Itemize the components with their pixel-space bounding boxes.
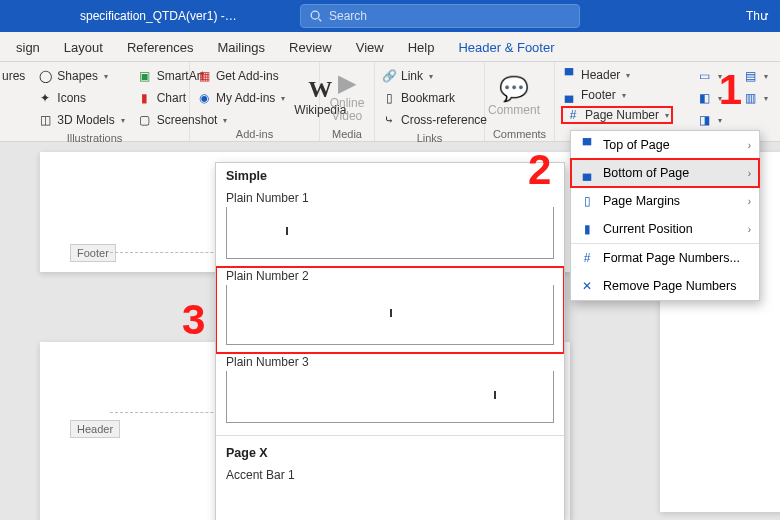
page-number-menu: ▀Top of Page› ▄Bottom of Page› ▯Page Mar…	[570, 130, 760, 301]
callout-3: 3	[182, 296, 205, 344]
page-cursor-icon: ▮	[579, 221, 595, 237]
gallery-plain-number-3[interactable]: Plain Number 3	[216, 353, 564, 431]
tab-layout[interactable]: Layout	[52, 34, 115, 61]
group-label: Add-ins	[190, 126, 319, 142]
group-media: ▶ Online Video Media	[320, 62, 375, 141]
footer-button[interactable]: ▄Footer▾	[561, 86, 673, 104]
online-video-button[interactable]: ▶ Online Video	[320, 66, 374, 126]
page-number-button[interactable]: #Page Number▾	[561, 106, 673, 124]
group-illustrations: ures ◯Shapes▾ ✦Icons ◫3D Models▾ ▣SmartA…	[0, 62, 190, 141]
search-box[interactable]: Search	[300, 4, 580, 28]
store-icon: ▦	[196, 68, 212, 84]
gallery-accent-bar-1[interactable]: Accent Bar 1	[216, 466, 564, 492]
comment-button[interactable]: 💬 Comment	[485, 66, 543, 126]
remove-icon: ✕	[579, 278, 595, 294]
format-icon: #	[579, 250, 595, 266]
tab-header-footer[interactable]: Header & Footer	[446, 34, 566, 61]
page-top-icon: ▀	[579, 137, 595, 153]
user-name[interactable]: Thư	[746, 9, 768, 23]
callout-2: 2	[528, 146, 551, 194]
page-margins-icon: ▯	[579, 193, 595, 209]
tab-design[interactable]: sign	[4, 34, 52, 61]
pagenum-icon: #	[565, 107, 581, 123]
tab-references[interactable]: References	[115, 34, 205, 61]
page-number-gallery: Simple Plain Number 1 Plain Number 2 Pla…	[215, 162, 565, 520]
group-addins: ▦Get Add-ins ◉My Add-ins▾ W Wikipedia Ad…	[190, 62, 320, 141]
gallery-section-simple: Simple	[216, 163, 564, 189]
chevron-right-icon: ›	[748, 168, 751, 179]
my-addins-button[interactable]: ◉My Add-ins▾	[196, 88, 285, 108]
bookmark-button[interactable]: ▯Bookmark	[381, 88, 487, 108]
tab-help[interactable]: Help	[396, 34, 447, 61]
icons-button[interactable]: ✦Icons	[37, 88, 124, 108]
svg-point-0	[311, 11, 319, 19]
ribbon-tabs: sign Layout References Mailings Review V…	[0, 32, 780, 62]
gallery-section-pagex: Page X	[216, 440, 564, 466]
page-bottom-icon: ▄	[579, 165, 595, 181]
gallery-plain-number-1[interactable]: Plain Number 1	[216, 189, 564, 267]
callout-1: 1	[719, 66, 742, 114]
video-icon: ▶	[338, 69, 356, 97]
group-comments: 💬 Comment Comments	[485, 62, 555, 141]
3dmodels-button[interactable]: ◫3D Models▾	[37, 110, 124, 130]
icons-icon: ✦	[37, 90, 53, 106]
xref-icon: ⤷	[381, 112, 397, 128]
gallery-plain-number-2[interactable]: Plain Number 2	[216, 267, 564, 353]
menu-top-of-page[interactable]: ▀Top of Page›	[571, 131, 759, 159]
menu-page-margins[interactable]: ▯Page Margins›	[571, 187, 759, 215]
link-button[interactable]: 🔗Link▾	[381, 66, 487, 86]
tab-review[interactable]: Review	[277, 34, 344, 61]
bookmark-icon: ▯	[381, 90, 397, 106]
link-icon: 🔗	[381, 68, 397, 84]
chart-icon: ▮	[137, 90, 153, 106]
chevron-right-icon: ›	[748, 140, 751, 151]
pictures-stub[interactable]: ures	[2, 66, 25, 86]
menu-bottom-of-page[interactable]: ▄Bottom of Page›	[571, 159, 759, 187]
get-addins-button[interactable]: ▦Get Add-ins	[196, 66, 285, 86]
screenshot-icon: ▢	[137, 112, 153, 128]
addins-icon: ◉	[196, 90, 212, 106]
header-icon: ▀	[561, 67, 577, 83]
xref-button[interactable]: ⤷Cross-reference	[381, 110, 487, 130]
menu-format-page-numbers[interactable]: #Format Page Numbers...	[571, 243, 759, 272]
svg-line-1	[319, 19, 322, 22]
menu-remove-page-numbers[interactable]: ✕Remove Page Numbers	[571, 272, 759, 300]
shapes-button[interactable]: ◯Shapes▾	[37, 66, 124, 86]
tab-view[interactable]: View	[344, 34, 396, 61]
search-placeholder: Search	[329, 9, 367, 23]
title-bar: specification_QTDA(ver1) -… Search Thư	[0, 0, 780, 32]
cube-icon: ◫	[37, 112, 53, 128]
search-icon	[309, 9, 323, 23]
group-label: Comments	[485, 126, 554, 142]
chevron-right-icon: ›	[748, 196, 751, 207]
footer-icon: ▄	[561, 87, 577, 103]
group-links: 🔗Link▾ ▯Bookmark ⤷Cross-reference Links	[375, 62, 485, 141]
footer-tag: Footer	[70, 244, 116, 262]
smartart-icon: ▣	[137, 68, 153, 84]
group-label: Media	[320, 126, 374, 142]
doc-title: specification_QTDA(ver1) -…	[80, 9, 290, 23]
shapes-icon: ◯	[37, 68, 53, 84]
misc-button-4[interactable]: ▤▾	[742, 66, 768, 86]
header-button[interactable]: ▀Header▾	[561, 66, 673, 84]
tab-mailings[interactable]: Mailings	[205, 34, 277, 61]
chevron-right-icon: ›	[748, 224, 751, 235]
menu-current-position[interactable]: ▮Current Position›	[571, 215, 759, 243]
comment-icon: 💬	[499, 75, 529, 103]
header-tag: Header	[70, 420, 120, 438]
misc-button-5[interactable]: ▥▾	[742, 88, 768, 108]
